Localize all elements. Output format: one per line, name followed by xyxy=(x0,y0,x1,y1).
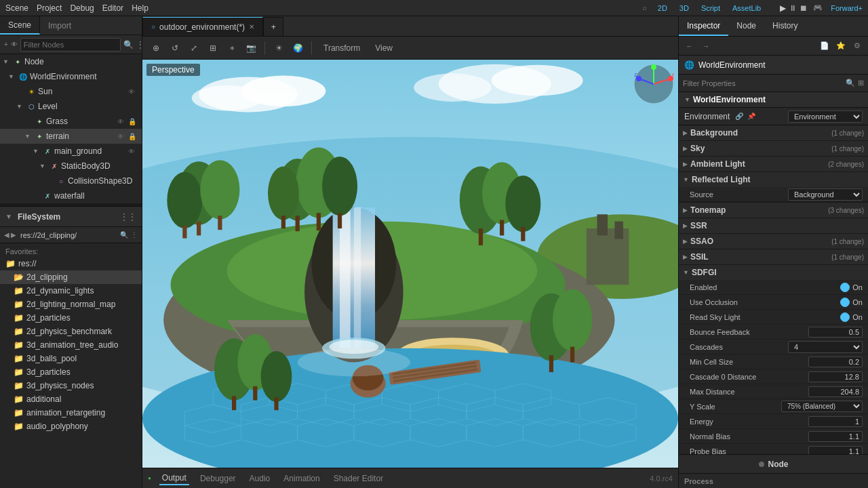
source-dropdown[interactable]: Background xyxy=(788,188,863,201)
dropdown-cascades[interactable]: 4 xyxy=(788,341,863,353)
tab-debugger[interactable]: Debugger xyxy=(197,472,239,485)
eye-grass[interactable]: 👁 xyxy=(117,118,128,125)
fs-item-additional[interactable]: 📁 additional xyxy=(0,392,142,406)
inspector-script-icon[interactable]: 📄 xyxy=(818,39,831,53)
input-min-cell-size[interactable] xyxy=(808,357,863,367)
filter-nodes-input[interactable] xyxy=(20,38,121,52)
fs-item-2d-physics[interactable]: 📁 2d_physics_benchmark xyxy=(0,325,142,338)
lock-grass[interactable]: 🔒 xyxy=(128,118,139,125)
remote-deploy-button[interactable]: 🎮 xyxy=(813,3,823,12)
section-header-ssil[interactable]: ▶ SSIL (1 change) xyxy=(679,249,868,264)
menu-debug[interactable]: Debug xyxy=(70,3,94,13)
mode-assetlib[interactable]: AssetLib xyxy=(732,4,761,12)
input-probe-bias[interactable] xyxy=(808,446,863,455)
fs-item-3d-particles[interactable]: 📁 3d_particles xyxy=(0,365,142,379)
tab-audio[interactable]: Audio xyxy=(247,472,273,485)
section-header-ambient[interactable]: ▶ Ambient Light (2 changes) xyxy=(679,157,868,171)
fs-root[interactable]: 📁 res:// xyxy=(0,257,142,270)
fs-item-3d-animation[interactable]: 📁 3d_animation_tree_audio xyxy=(0,338,142,352)
eye-sun[interactable]: 👁 xyxy=(128,88,139,96)
fs-item-3d-physics[interactable]: 📁 3d_physics_nodes xyxy=(0,379,142,392)
section-header-tonemap[interactable]: ▶ Tonemap (3 changes) xyxy=(679,203,868,218)
fs-item-2d-dynamic-lights[interactable]: 📁 2d_dynamic_lights xyxy=(0,284,142,298)
section-header-background[interactable]: ▶ Background (1 change) xyxy=(679,125,868,140)
toolbar-env[interactable]: 🌍 xyxy=(290,40,306,56)
lock-terrain[interactable]: 🔒 xyxy=(128,133,139,140)
tab-animation[interactable]: Animation xyxy=(281,472,322,485)
input-energy[interactable] xyxy=(808,416,863,427)
env-pin-icon[interactable]: 📌 xyxy=(747,113,755,120)
eye-terrain[interactable]: 👁 xyxy=(117,133,128,140)
tab-scene[interactable]: Scene xyxy=(0,16,40,35)
input-max-distance[interactable] xyxy=(808,386,863,397)
mode-2d[interactable]: 2D xyxy=(658,4,667,12)
toolbar-camera[interactable]: 📷 xyxy=(243,40,259,56)
tab-import[interactable]: Import xyxy=(40,16,79,35)
fs-menu-icon[interactable]: ⋮ xyxy=(131,231,138,239)
section-header-reflected[interactable]: ▼ Reflected Light xyxy=(679,172,868,187)
fs-item-animation-retargeting[interactable]: 📁 animation_retargeting xyxy=(0,406,142,420)
tab-inspector[interactable]: Inspector xyxy=(679,16,728,36)
section-header-ssr[interactable]: ▶ SSR xyxy=(679,218,868,233)
menu-scene[interactable]: Scene xyxy=(5,3,28,13)
menu-editor[interactable]: Editor xyxy=(102,3,123,13)
fs-search-icon[interactable]: 🔍 xyxy=(120,231,128,239)
env-link-icon[interactable]: 🔗 xyxy=(735,113,743,120)
editor-tab-add[interactable]: + xyxy=(263,17,283,36)
tree-grass[interactable]: ✦ Grass 👁 🔒 xyxy=(0,114,142,129)
input-bounce-feedback[interactable] xyxy=(808,327,863,338)
toolbar-scale[interactable]: ⤢ xyxy=(186,40,202,56)
world-env-section-header[interactable]: ▼ WorldEnvironment xyxy=(679,92,868,108)
sdfgi-section-header[interactable]: ▼ SDFGI xyxy=(679,265,868,280)
fs-item-2d-lighting-normal[interactable]: 📁 2d_lighting_normal_map xyxy=(0,298,142,311)
env-type-dropdown[interactable]: Environment xyxy=(788,110,863,123)
tree-node-root[interactable]: ▼ ✦ Node xyxy=(0,54,142,69)
play-button[interactable]: ▶ xyxy=(780,3,786,13)
viewport[interactable]: Perspective xyxy=(142,60,678,468)
dot-occlusion[interactable] xyxy=(840,298,850,307)
dot-enabled[interactable] xyxy=(840,283,850,292)
tree-collision-1[interactable]: ○ CollisionShape3D xyxy=(0,174,142,188)
tab-shader-editor[interactable]: Shader Editor xyxy=(331,472,386,485)
toolbar-local[interactable]: ⊞ xyxy=(205,40,221,56)
tree-waterfall[interactable]: ✗ waterfall xyxy=(0,188,142,203)
fs-item-audio-polyphony[interactable]: 📁 audio_polyphony xyxy=(0,420,142,433)
menu-project[interactable]: Project xyxy=(37,3,62,13)
tree-world-env[interactable]: ▼ 🌐 WorldEnvironment xyxy=(0,69,142,84)
tree-terrain[interactable]: ▼ ✦ terrain 👁 🔒 xyxy=(0,129,142,144)
inspector-favorite-icon[interactable]: ⭐ xyxy=(834,39,848,53)
node-footer[interactable]: Node xyxy=(679,454,868,473)
stop-button[interactable]: ⏹ xyxy=(800,3,808,13)
inspector-settings-icon[interactable]: ⚙ xyxy=(850,39,864,53)
fs-item-2d-particles[interactable]: 📁 2d_particles xyxy=(0,311,142,325)
inspector-forward-button[interactable]: → xyxy=(699,39,713,53)
filesystem-header[interactable]: ▼ FileSystem ⋮⋮ xyxy=(0,207,142,227)
viewport-gizmo[interactable]: X Y Z xyxy=(633,64,674,104)
filter-prop-expand[interactable]: ⊞ xyxy=(858,79,864,87)
mode-3d[interactable]: 3D xyxy=(679,4,689,12)
toolbar-view[interactable]: View xyxy=(369,41,399,55)
section-header-ssao[interactable]: ▶ SSAO (1 change) xyxy=(679,234,868,249)
input-normal-bias[interactable] xyxy=(808,431,863,442)
eye-main-ground[interactable]: 👁 xyxy=(128,148,139,155)
tab-output[interactable]: Output xyxy=(159,472,189,485)
toolbar-transform[interactable]: Transform xyxy=(317,41,366,55)
inspector-back-button[interactable]: ← xyxy=(683,39,696,53)
tree-static-body-1[interactable]: ▼ ✗ StaticBody3D xyxy=(0,159,142,174)
filter-prop-search[interactable]: 🔍 xyxy=(846,79,855,87)
menu-help[interactable]: Help xyxy=(132,3,149,13)
tab-node[interactable]: Node xyxy=(728,16,764,36)
fs-item-2d-clipping[interactable]: 📂 2d_clipping xyxy=(0,270,142,284)
editor-tab-close[interactable]: ✕ xyxy=(249,23,254,30)
filter-search-icon[interactable]: 🔍 xyxy=(123,39,134,51)
editor-tab-outdoor[interactable]: ○ outdoor_environment(*) ✕ xyxy=(142,17,263,36)
tab-history[interactable]: History xyxy=(764,16,806,36)
toolbar-move[interactable]: ⊕ xyxy=(148,40,164,56)
fs-item-3d-balls[interactable]: 📁 3d_balls_pool xyxy=(0,352,142,365)
dropdown-y-scale[interactable]: 75% (Balanced) xyxy=(781,401,863,412)
section-header-sky[interactable]: ▶ Sky (1 change) xyxy=(679,141,868,156)
tree-main-ground[interactable]: ▼ ✗ main_ground 👁 xyxy=(0,144,142,159)
tree-level[interactable]: ▼ ⬡ Level xyxy=(0,99,142,114)
toolbar-snap[interactable]: ⌖ xyxy=(224,40,240,56)
toolbar-rotate[interactable]: ↺ xyxy=(167,40,183,56)
